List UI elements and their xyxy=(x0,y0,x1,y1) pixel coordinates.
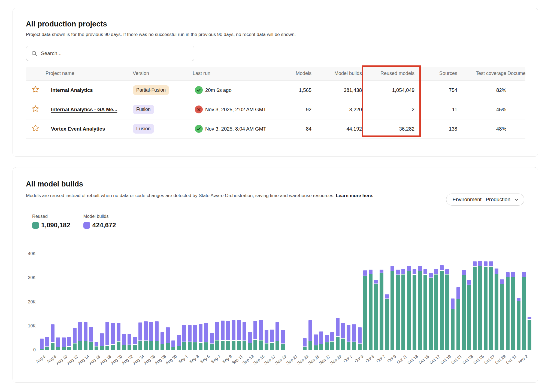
reused-models-value: 2 xyxy=(362,100,415,119)
bar-reused-segment xyxy=(522,277,526,350)
table-header-row: Project nameVersionLast runModelsModel b… xyxy=(26,67,525,80)
bar-reused-segment xyxy=(440,271,444,350)
error-x-icon xyxy=(197,108,201,111)
bar-reused-segment xyxy=(528,320,531,350)
bar-reused-segment xyxy=(484,267,488,350)
bar-model-builds-segment xyxy=(489,261,493,266)
bar-model-builds-segment xyxy=(122,334,126,345)
bar-model-builds-segment xyxy=(215,322,219,340)
project-name-link[interactable]: Internal Analytics - GA Me... xyxy=(51,107,117,112)
bar-reused-segment xyxy=(396,275,400,350)
bar-model-builds-segment xyxy=(429,273,433,278)
bar-model-builds-segment xyxy=(325,335,329,342)
bar-reused-segment xyxy=(138,341,142,350)
test-coverage-value: 45% xyxy=(458,100,507,119)
bar-reused-segment xyxy=(495,274,498,350)
bar-model-builds-segment xyxy=(237,320,241,340)
y-axis-tick-label: 30K xyxy=(19,275,36,280)
legend-color-swatch xyxy=(83,222,90,229)
learn-more-link[interactable]: Learn more here. xyxy=(336,193,373,198)
bar-reused-segment xyxy=(221,341,225,350)
column-header-model-builds: Model builds xyxy=(312,67,362,80)
bar-model-builds-segment xyxy=(413,269,416,275)
bar-reused-segment xyxy=(128,345,131,350)
bar-reused-segment xyxy=(369,274,373,350)
success-check-icon xyxy=(197,89,201,92)
legend-value: 424,672 xyxy=(92,221,116,229)
bar-model-builds-segment xyxy=(117,323,120,341)
bar-model-builds-segment xyxy=(308,320,312,341)
bar-model-builds-segment xyxy=(281,330,285,343)
bar-reused-segment xyxy=(237,341,241,350)
bar-reused-segment xyxy=(341,339,345,350)
legend-value: 1,090,182 xyxy=(41,221,70,229)
version-badge: Fusion xyxy=(133,105,154,114)
bar-reused-segment xyxy=(308,341,312,350)
project-search-box[interactable] xyxy=(26,46,194,61)
bar-reused-segment xyxy=(232,341,235,350)
column-header-models: Models xyxy=(285,67,312,80)
bar-reused-segment xyxy=(451,309,455,350)
bar-reused-segment xyxy=(358,344,362,350)
bar-reused-segment xyxy=(506,277,510,350)
bar-reused-segment xyxy=(429,278,433,350)
bar-model-builds-segment xyxy=(221,321,225,340)
builds-subtitle-text: Models are reused instead of rebuilt whe… xyxy=(26,193,335,198)
favorite-star-cell[interactable] xyxy=(26,80,45,100)
favorite-star-icon[interactable] xyxy=(31,85,40,94)
bar-reused-segment xyxy=(193,342,197,350)
y-axis-tick-label: 40K xyxy=(19,251,36,256)
bar-reused-segment xyxy=(253,340,257,350)
bar-model-builds-segment xyxy=(259,320,263,340)
bar-model-builds-segment xyxy=(462,270,466,275)
project-table-row: Internal AnalyticsPartial-Fusion20m 6s a… xyxy=(26,80,525,100)
bar-model-builds-segment xyxy=(495,269,498,274)
bar-model-builds-segment xyxy=(182,325,186,342)
bar-model-builds-segment xyxy=(363,270,367,276)
bar-model-builds-segment xyxy=(161,332,164,344)
bar-model-builds-segment xyxy=(105,322,109,345)
search-input[interactable] xyxy=(41,50,189,56)
model-builds-card: All model builds Models are reused inste… xyxy=(13,167,538,383)
bar-model-builds-segment xyxy=(155,321,159,341)
y-axis-tick-label: 0 xyxy=(19,348,36,352)
version-badge: Fusion xyxy=(133,124,154,134)
chart-x-axis-labels: Aug 6Aug 8Aug 10Aug 12Aug 14Aug 16Aug 18… xyxy=(39,352,532,376)
bar-reused-segment xyxy=(325,342,329,350)
production-projects-card: All production projects Project data sho… xyxy=(13,8,538,157)
bar-model-builds-segment xyxy=(100,333,104,346)
bar-model-builds-segment xyxy=(78,322,82,341)
column-header-documentation: Documentation xyxy=(507,67,525,80)
bar-model-builds-segment xyxy=(204,323,208,342)
favorite-star-cell[interactable] xyxy=(26,100,45,119)
favorite-star-cell[interactable] xyxy=(26,119,45,138)
bar-reused-segment xyxy=(259,340,263,350)
project-name-link[interactable]: Vortex Event Analytics xyxy=(51,126,105,132)
bar-reused-segment xyxy=(489,267,493,350)
bar-reused-segment xyxy=(182,342,186,350)
legend-color-swatch xyxy=(32,222,39,229)
bar-model-builds-segment xyxy=(226,321,230,340)
documentation-value xyxy=(507,119,525,138)
bar-reused-segment xyxy=(243,341,246,350)
last-run-status-icon xyxy=(195,86,203,94)
legend-label: Reused xyxy=(32,214,70,219)
last-run-text: 20m 6s ago xyxy=(205,87,232,93)
bar-reused-segment xyxy=(188,342,192,350)
gridline-0 xyxy=(39,350,532,350)
bar-model-builds-segment xyxy=(407,266,411,271)
project-name-link[interactable]: Internal Analytics xyxy=(51,87,93,93)
favorite-star-icon[interactable] xyxy=(31,105,40,113)
bar-reused-segment xyxy=(40,349,44,350)
environment-dropdown[interactable]: Environment Production xyxy=(446,194,524,206)
bar-reused-segment xyxy=(161,344,164,350)
bar-reused-segment xyxy=(270,343,274,350)
chevron-down-icon xyxy=(514,198,519,201)
bar-reused-segment xyxy=(374,284,378,350)
favorite-star-icon[interactable] xyxy=(31,124,40,132)
bar-reused-segment xyxy=(276,341,279,350)
bar-model-builds-segment xyxy=(319,331,323,344)
bar-reused-segment xyxy=(352,342,356,350)
project-table-row: Internal Analytics - GA Me...FusionNov 3… xyxy=(26,100,525,119)
test-coverage-value: 82% xyxy=(458,80,507,100)
